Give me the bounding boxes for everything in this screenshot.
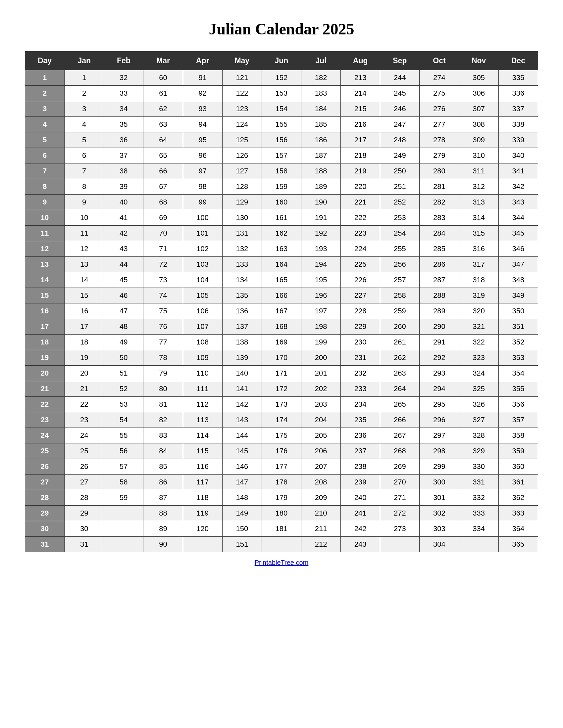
julian-day-cell: 207	[301, 459, 341, 475]
day-cell: 7	[25, 163, 65, 179]
julian-day-cell: 173	[261, 397, 301, 412]
julian-day-cell: 185	[301, 117, 341, 132]
julian-day-cell: 220	[341, 179, 380, 195]
julian-day-cell: 222	[341, 210, 380, 226]
julian-day-cell: 321	[459, 319, 498, 335]
julian-day-cell: 147	[222, 475, 261, 490]
julian-day-cell: 123	[222, 101, 261, 117]
day-cell: 6	[25, 148, 65, 163]
julian-day-cell: 36	[104, 132, 143, 148]
julian-day-cell: 142	[222, 397, 261, 412]
julian-day-cell: 31	[65, 537, 104, 552]
julian-day-cell: 307	[459, 101, 498, 117]
julian-day-cell: 327	[459, 412, 498, 428]
julian-day-cell: 26	[65, 459, 104, 475]
julian-day-cell: 167	[261, 303, 301, 319]
julian-day-cell: 153	[261, 86, 301, 101]
column-header-may: May	[222, 52, 261, 70]
julian-day-cell: 18	[65, 335, 104, 350]
julian-day-cell	[183, 537, 222, 552]
julian-day-cell: 325	[459, 381, 498, 397]
julian-day-cell: 352	[498, 335, 538, 350]
julian-day-cell: 365	[498, 537, 538, 552]
table-row: 14144573104134165195226257287318348	[25, 272, 538, 288]
julian-day-cell: 73	[143, 272, 183, 288]
julian-day-cell: 306	[459, 86, 498, 101]
julian-day-cell: 163	[261, 241, 301, 257]
julian-day-cell: 104	[183, 272, 222, 288]
julian-day-cell: 313	[459, 195, 498, 210]
julian-day-cell: 97	[183, 163, 222, 179]
julian-day-cell: 251	[380, 179, 420, 195]
julian-day-cell: 30	[65, 521, 104, 537]
julian-day-cell: 181	[261, 521, 301, 537]
julian-day-cell: 170	[261, 350, 301, 366]
julian-day-cell: 134	[222, 272, 261, 288]
julian-day-cell: 287	[420, 272, 459, 288]
day-cell: 20	[25, 366, 65, 381]
julian-day-cell: 83	[143, 428, 183, 443]
julian-day-cell: 326	[459, 397, 498, 412]
julian-day-cell: 188	[301, 163, 341, 179]
julian-day-cell: 124	[222, 117, 261, 132]
julian-day-cell: 357	[498, 412, 538, 428]
julian-day-cell: 262	[380, 350, 420, 366]
julian-day-cell: 227	[341, 288, 380, 303]
julian-day-cell: 232	[341, 366, 380, 381]
julian-day-cell: 95	[183, 132, 222, 148]
julian-day-cell: 331	[459, 475, 498, 490]
julian-day-cell: 35	[104, 117, 143, 132]
julian-day-cell: 107	[183, 319, 222, 335]
julian-day-cell: 235	[341, 412, 380, 428]
day-cell: 15	[25, 288, 65, 303]
julian-day-cell: 32	[104, 70, 143, 86]
julian-day-cell: 277	[420, 117, 459, 132]
day-cell: 23	[25, 412, 65, 428]
julian-day-cell: 16	[65, 303, 104, 319]
julian-day-cell: 92	[183, 86, 222, 101]
julian-day-cell: 354	[498, 366, 538, 381]
julian-day-cell: 131	[222, 226, 261, 241]
julian-day-cell: 67	[143, 179, 183, 195]
julian-day-cell: 140	[222, 366, 261, 381]
column-header-feb: Feb	[104, 52, 143, 70]
julian-day-cell: 172	[261, 381, 301, 397]
julian-day-cell: 41	[104, 210, 143, 226]
julian-day-cell: 320	[459, 303, 498, 319]
julian-day-cell: 186	[301, 132, 341, 148]
julian-day-cell: 8	[65, 179, 104, 195]
julian-day-cell: 293	[420, 366, 459, 381]
julian-day-cell: 166	[261, 288, 301, 303]
day-cell: 14	[25, 272, 65, 288]
julian-day-cell: 5	[65, 132, 104, 148]
column-header-jun: Jun	[261, 52, 301, 70]
julian-day-cell: 45	[104, 272, 143, 288]
julian-day-cell: 28	[65, 490, 104, 506]
julian-day-cell: 62	[143, 101, 183, 117]
julian-day-cell: 126	[222, 148, 261, 163]
table-row: 88396798128159189220251281312342	[25, 179, 538, 195]
julian-day-cell: 243	[341, 537, 380, 552]
day-cell: 8	[25, 179, 65, 195]
table-row: 77386697127158188219250280311341	[25, 163, 538, 179]
julian-day-cell: 298	[420, 443, 459, 459]
julian-day-cell: 261	[380, 335, 420, 350]
julian-day-cell: 249	[380, 148, 420, 163]
julian-day-cell: 278	[420, 132, 459, 148]
julian-day-cell: 216	[341, 117, 380, 132]
julian-day-cell: 76	[143, 319, 183, 335]
julian-day-cell: 40	[104, 195, 143, 210]
julian-day-cell: 253	[380, 210, 420, 226]
day-cell: 3	[25, 101, 65, 117]
julian-day-cell: 174	[261, 412, 301, 428]
julian-day-cell: 353	[498, 350, 538, 366]
julian-day-cell: 323	[459, 350, 498, 366]
footer-link[interactable]: PrintableTree.com	[255, 559, 309, 567]
julian-day-cell: 49	[104, 335, 143, 350]
julian-day-cell: 233	[341, 381, 380, 397]
julian-day-cell: 246	[380, 101, 420, 117]
julian-day-cell: 335	[498, 70, 538, 86]
julian-day-cell: 93	[183, 101, 222, 117]
julian-day-cell: 89	[143, 521, 183, 537]
column-header-aug: Aug	[341, 52, 380, 70]
